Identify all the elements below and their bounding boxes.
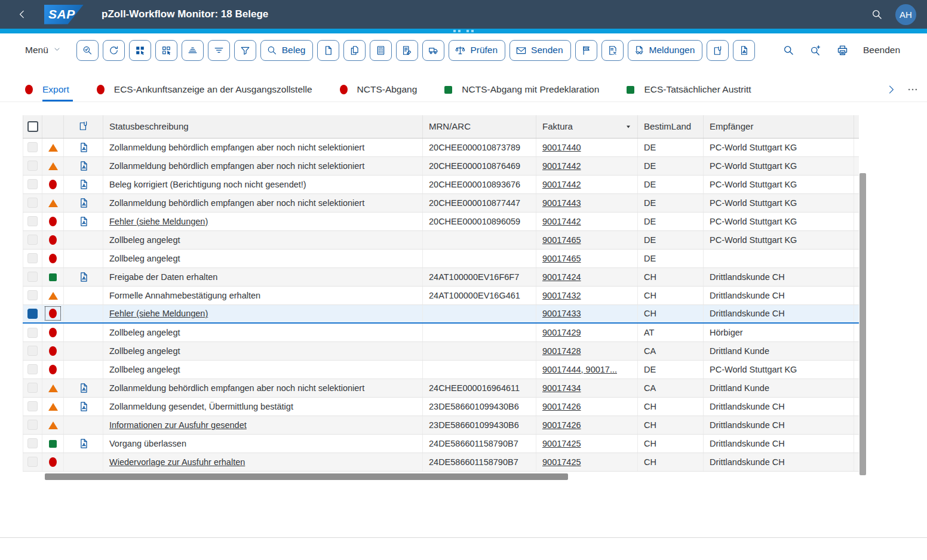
table-row[interactable]: Zollanmeldung behördlich empfangen aber … — [23, 156, 859, 175]
table-row[interactable]: Zollanmeldung gesendet, Übermittlung bes… — [23, 397, 859, 416]
select-all-checkbox[interactable] — [27, 121, 38, 132]
faktura-link[interactable]: 90017442 — [542, 217, 581, 226]
pdf-document-button[interactable] — [78, 401, 90, 413]
faktura-link[interactable]: 90017465 — [542, 235, 581, 245]
table-row[interactable]: Wiedervorlage zur Ausfuhr erhalten24DE58… — [23, 453, 859, 471]
horizontal-scrollbar[interactable] — [23, 473, 858, 480]
search-check-button[interactable] — [76, 40, 99, 61]
pdf-document-button[interactable] — [78, 179, 90, 190]
search-button[interactable] — [782, 44, 795, 57]
search-plus-button[interactable] — [809, 44, 822, 57]
table-row[interactable]: Informationen zur Ausfuhr gesendet23DE58… — [23, 416, 859, 434]
row-checkbox[interactable] — [27, 253, 38, 263]
faktura-link[interactable]: 90017433 — [542, 309, 581, 318]
row-checkbox[interactable] — [27, 438, 38, 448]
row-checkbox[interactable] — [27, 272, 38, 282]
tabs-overflow-button[interactable] — [907, 84, 919, 96]
filter-button[interactable] — [234, 40, 256, 61]
faktura-link[interactable]: 90017428 — [542, 346, 581, 356]
table-row[interactable]: Formelle Annahmebestätigung erhalten24AT… — [23, 286, 859, 304]
avatar[interactable]: AH — [895, 4, 916, 25]
select-all-button[interactable] — [129, 40, 151, 61]
faktura-link[interactable]: 90017425 — [542, 439, 581, 448]
table-row[interactable]: Vorgang überlassen24DE586601158790B79001… — [23, 434, 859, 453]
table-row[interactable]: Beleg korrigiert (Berichtigung noch nich… — [23, 175, 859, 193]
exit-button[interactable]: Beenden — [863, 45, 900, 56]
table-row[interactable]: Zollbeleg angelegt90017465DEPC-World Stu… — [23, 230, 859, 249]
column-header-bestimland[interactable]: BestimLand — [638, 115, 704, 138]
pdf-document-button[interactable] — [78, 382, 90, 394]
select-all-header[interactable] — [23, 115, 42, 138]
faktura-link[interactable]: 90017434 — [542, 383, 581, 393]
vertical-scrollbar[interactable] — [860, 115, 866, 471]
status-text-link[interactable]: Fehler (siehe Meldungen) — [109, 217, 208, 226]
header-resize-grip[interactable] — [0, 29, 927, 33]
table-row[interactable]: Fehler (siehe Meldungen)90017433CHDrittl… — [23, 304, 859, 323]
pdf-document-button[interactable] — [78, 141, 90, 153]
table-row[interactable]: Zollbeleg angelegt90017465DE — [23, 249, 859, 267]
tab-export[interactable]: Export — [25, 78, 69, 101]
status-column-header[interactable] — [42, 115, 64, 138]
faktura-link[interactable]: 90017444, 90017... — [542, 365, 617, 374]
row-checkbox[interactable] — [27, 383, 38, 393]
table-row[interactable]: Fehler (siehe Meldungen)20CHEE0000108960… — [23, 212, 859, 230]
faktura-link[interactable]: 90017426 — [542, 420, 581, 430]
printer-button[interactable] — [836, 44, 849, 57]
faktura-link[interactable]: 90017465 — [542, 254, 581, 263]
shell-search-button[interactable] — [871, 8, 883, 21]
back-button[interactable] — [13, 5, 31, 23]
pdf-document-button[interactable] — [78, 160, 90, 172]
pdf-document-button[interactable] — [78, 197, 90, 209]
faktura-link[interactable]: 90017425 — [542, 457, 581, 467]
sort-ascending-button[interactable] — [182, 40, 204, 61]
truck-button[interactable] — [422, 40, 444, 61]
horizontal-scrollbar-thumb[interactable] — [45, 473, 568, 480]
senden-button[interactable]: Senden — [509, 40, 570, 61]
tab-ncts-abgang[interactable]: NCTS-Abgang — [340, 78, 418, 101]
column-header-mrn-arc[interactable]: MRN/ARC — [423, 115, 536, 138]
document-overview-button[interactable] — [396, 40, 418, 61]
refresh-button[interactable] — [103, 40, 125, 61]
faktura-link[interactable]: 90017429 — [542, 328, 581, 337]
row-checkbox[interactable] — [27, 235, 38, 245]
faktura-link[interactable]: 90017443 — [542, 198, 581, 208]
row-checkbox[interactable] — [27, 457, 38, 467]
row-checkbox[interactable] — [27, 198, 38, 208]
faktura-link[interactable]: 90017426 — [542, 402, 581, 411]
calculator-button[interactable] — [370, 40, 392, 61]
beleg-button[interactable]: Beleg — [260, 40, 314, 61]
row-checkbox[interactable] — [27, 401, 38, 411]
faktura-link[interactable]: 90017424 — [542, 272, 581, 282]
row-checkbox[interactable] — [27, 309, 38, 319]
table-row[interactable]: Zollanmeldung behördlich empfangen aber … — [23, 193, 859, 212]
row-checkbox[interactable] — [27, 346, 38, 356]
column-header-faktura[interactable]: Faktura — [536, 115, 638, 138]
row-checkbox[interactable] — [27, 179, 38, 189]
status-text-link[interactable]: Fehler (siehe Meldungen) — [109, 309, 208, 318]
row-checkbox[interactable] — [27, 142, 38, 152]
column-header-statusbeschreibung[interactable]: Statusbeschreibung — [103, 115, 423, 138]
faktura-link[interactable]: 90017440 — [542, 143, 581, 152]
table-row[interactable]: Zollbeleg angelegt90017429ATHörbiger — [23, 323, 859, 341]
tab-ecs-tats-chlicher-austritt[interactable]: ECS-Tatsächlicher Austritt — [627, 78, 751, 101]
pdf-document-button[interactable] — [78, 216, 90, 227]
pdf-document-button[interactable] — [78, 438, 90, 450]
flag-button[interactable] — [575, 40, 597, 61]
menu-button[interactable]: Menü — [25, 45, 62, 56]
attachment-document-button[interactable] — [707, 40, 729, 61]
tabs-scroll-right-button[interactable] — [885, 84, 897, 96]
sort-descending-button[interactable] — [208, 40, 230, 61]
faktura-link[interactable]: 90017442 — [542, 161, 581, 171]
row-checkbox[interactable] — [27, 290, 38, 300]
row-checkbox[interactable] — [27, 364, 38, 374]
table-row[interactable]: Freigabe der Daten erhalten24AT100000EV1… — [23, 267, 859, 286]
faktura-link[interactable]: 90017442 — [542, 180, 581, 189]
tab-ncts-abgang-mit-predeklaration[interactable]: NCTS-Abgang mit Predeklaration — [444, 78, 599, 101]
status-text-link[interactable]: Wiedervorlage zur Ausfuhr erhalten — [109, 457, 245, 467]
status-text-link[interactable]: Informationen zur Ausfuhr gesendet — [109, 420, 247, 430]
deselect-all-button[interactable] — [155, 40, 177, 61]
table-row[interactable]: Zollbeleg angelegt90017428CADrittland Ku… — [23, 341, 859, 360]
row-checkbox[interactable] — [27, 161, 38, 171]
table-row[interactable]: Zollanmeldung behördlich empfangen aber … — [23, 379, 859, 397]
pdf-document-button[interactable] — [733, 40, 755, 61]
